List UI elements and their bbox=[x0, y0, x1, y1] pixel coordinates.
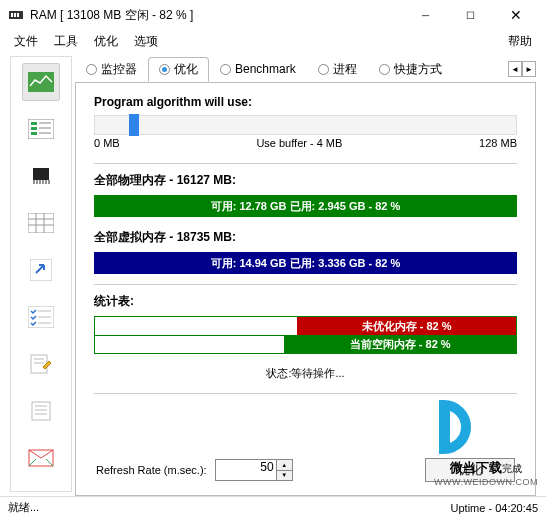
statusbar: 就绪... Uptime - 04:20:45 bbox=[0, 496, 546, 518]
virtual-mem-value: 可用: 14.94 GB 已用: 3.336 GB - 82 % bbox=[95, 253, 516, 273]
radio-icon bbox=[159, 64, 170, 75]
optimize-button[interactable]: 优化 bbox=[425, 458, 515, 482]
svg-rect-7 bbox=[31, 127, 37, 130]
tab-label: 监控器 bbox=[101, 61, 137, 78]
buffer-slider[interactable] bbox=[94, 115, 517, 135]
sidebar bbox=[10, 56, 72, 492]
tab-scroll-left[interactable]: ◄ bbox=[508, 61, 522, 77]
stat-idle-value: 当前空闲内存 - 82 % bbox=[284, 336, 516, 353]
refresh-rate-value: 50 bbox=[260, 460, 273, 474]
tab-scroll: ◄ ► bbox=[508, 61, 536, 77]
radio-icon bbox=[318, 64, 329, 75]
tab-label: 快捷方式 bbox=[394, 61, 442, 78]
tab-scroll-right[interactable]: ► bbox=[522, 61, 536, 77]
radio-icon bbox=[220, 64, 231, 75]
divider bbox=[94, 163, 517, 164]
tab-shortcuts[interactable]: 快捷方式 bbox=[368, 57, 453, 82]
spinner: ▲ ▼ bbox=[276, 460, 292, 480]
bottom-row: Refresh Rate (m.sec.): 50 ▲ ▼ 优化 bbox=[94, 455, 517, 485]
tab-benchmark[interactable]: Benchmark bbox=[209, 58, 307, 80]
stats-box: 未优化内存 - 82 % 当前空闲内存 - 82 % bbox=[94, 316, 517, 354]
sidebar-item-list[interactable] bbox=[22, 110, 60, 148]
sidebar-item-chip[interactable] bbox=[22, 157, 60, 195]
menu-help[interactable]: 帮助 bbox=[500, 30, 540, 52]
spinner-down[interactable]: ▼ bbox=[276, 470, 292, 481]
algorithm-title: Program algorithm will use: bbox=[94, 95, 517, 109]
window-title: RAM [ 13108 MB 空闲 - 82 % ] bbox=[30, 7, 403, 24]
content: 监控器 优化 Benchmark 进程 快捷方式 ◄ ► Program alg… bbox=[75, 52, 546, 496]
tabstrip: 监控器 优化 Benchmark 进程 快捷方式 ◄ ► bbox=[75, 56, 536, 82]
virtual-mem-label: 全部虚拟内存 - 18735 MB: bbox=[94, 229, 517, 246]
menu-file[interactable]: 文件 bbox=[6, 30, 46, 52]
menu-options[interactable]: 选项 bbox=[126, 30, 166, 52]
tab-optimize[interactable]: 优化 bbox=[148, 57, 209, 82]
physical-mem-label: 全部物理内存 - 16127 MB: bbox=[94, 172, 517, 189]
stat-unoptimized-value: 未优化内存 - 82 % bbox=[297, 317, 516, 335]
sidebar-item-monitor[interactable] bbox=[22, 63, 60, 101]
svg-rect-12 bbox=[33, 168, 49, 180]
stat-row-idle: 当前空闲内存 - 82 % bbox=[95, 335, 516, 353]
statusbar-left: 就绪... bbox=[8, 500, 451, 515]
svg-rect-19 bbox=[28, 213, 54, 233]
virtual-mem-bar: 可用: 14.94 GB 已用: 3.336 GB - 82 % bbox=[94, 252, 517, 274]
refresh-rate-label: Refresh Rate (m.sec.): bbox=[96, 464, 207, 476]
svg-rect-2 bbox=[14, 13, 16, 17]
tab-label: Benchmark bbox=[235, 62, 296, 76]
physical-mem-value: 可用: 12.78 GB 已用: 2.945 GB - 82 % bbox=[95, 196, 516, 216]
divider bbox=[94, 284, 517, 285]
sidebar-item-edit[interactable] bbox=[22, 345, 60, 383]
sidebar-item-doc[interactable] bbox=[22, 392, 60, 430]
menu-optimize[interactable]: 优化 bbox=[86, 30, 126, 52]
svg-rect-29 bbox=[31, 355, 47, 373]
slider-min-label: 0 MB bbox=[94, 137, 120, 149]
svg-rect-24 bbox=[30, 259, 52, 281]
radio-icon bbox=[379, 64, 390, 75]
svg-rect-3 bbox=[17, 13, 19, 17]
refresh-rate-input[interactable]: 50 ▲ ▼ bbox=[215, 459, 293, 481]
radio-icon bbox=[86, 64, 97, 75]
buffer-slider-wrap: 0 MB Use buffer - 4 MB 128 MB bbox=[94, 115, 517, 149]
slider-thumb[interactable] bbox=[129, 114, 139, 136]
stats-label: 统计表: bbox=[94, 293, 517, 310]
statusbar-right: Uptime - 04:20:45 bbox=[451, 502, 538, 514]
minimize-button[interactable]: ─ bbox=[403, 0, 448, 30]
slider-labels: 0 MB Use buffer - 4 MB 128 MB bbox=[94, 137, 517, 149]
sidebar-item-shortcut[interactable] bbox=[22, 251, 60, 289]
tab-label: 进程 bbox=[333, 61, 357, 78]
optimize-panel: Program algorithm will use: 0 MB Use buf… bbox=[75, 82, 536, 496]
sidebar-item-mail[interactable] bbox=[22, 439, 60, 477]
physical-mem-bar: 可用: 12.78 GB 已用: 2.945 GB - 82 % bbox=[94, 195, 517, 217]
maximize-button[interactable]: ☐ bbox=[448, 0, 493, 30]
close-button[interactable]: ✕ bbox=[493, 0, 538, 30]
main-area: 监控器 优化 Benchmark 进程 快捷方式 ◄ ► Program alg… bbox=[0, 52, 546, 496]
status-text: 状态:等待操作... bbox=[94, 360, 517, 383]
svg-rect-1 bbox=[11, 13, 13, 17]
ram-icon bbox=[8, 7, 24, 23]
sidebar-item-table[interactable] bbox=[22, 204, 60, 242]
slider-mid-label: Use buffer - 4 MB bbox=[256, 137, 342, 149]
tab-monitor[interactable]: 监控器 bbox=[75, 57, 148, 82]
svg-rect-6 bbox=[31, 122, 37, 125]
optimize-button-label: 优化 bbox=[458, 462, 482, 479]
svg-rect-8 bbox=[31, 132, 37, 135]
divider bbox=[94, 393, 517, 394]
tab-label: 优化 bbox=[174, 61, 198, 78]
svg-rect-32 bbox=[32, 402, 50, 420]
menu-tools[interactable]: 工具 bbox=[46, 30, 86, 52]
stat-row-unoptimized: 未优化内存 - 82 % bbox=[95, 317, 516, 335]
slider-max-label: 128 MB bbox=[479, 137, 517, 149]
tab-processes[interactable]: 进程 bbox=[307, 57, 368, 82]
menubar: 文件 工具 优化 选项 帮助 bbox=[0, 30, 546, 52]
sidebar-item-checklist[interactable] bbox=[22, 298, 60, 336]
spinner-up[interactable]: ▲ bbox=[276, 460, 292, 470]
titlebar: RAM [ 13108 MB 空闲 - 82 % ] ─ ☐ ✕ bbox=[0, 0, 546, 30]
